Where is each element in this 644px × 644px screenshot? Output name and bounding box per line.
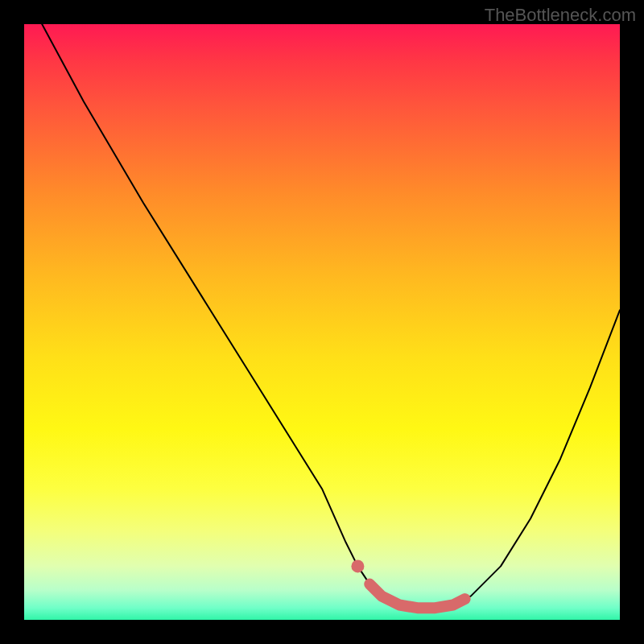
highlight-band [369,584,464,609]
plot-area [24,24,620,620]
curve-line [42,24,620,608]
highlight-dot [351,559,364,572]
watermark-text: TheBottleneck.com [485,5,636,26]
chart-svg [24,24,620,620]
